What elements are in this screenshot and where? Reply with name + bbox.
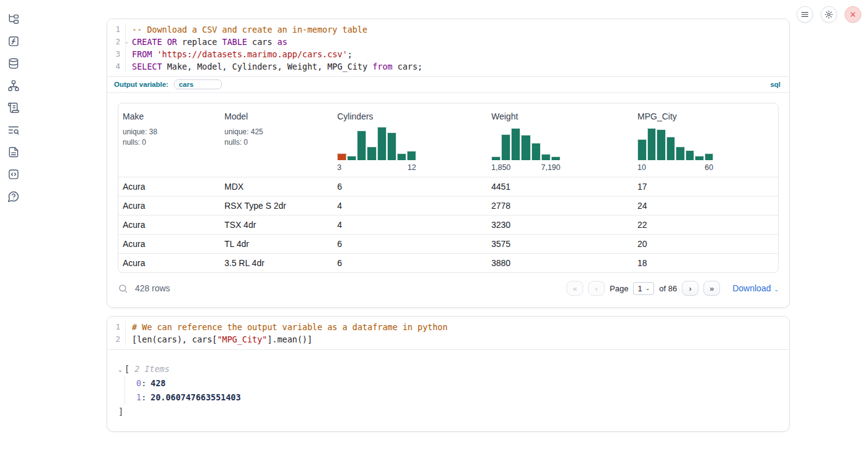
tree-entry[interactable]: 0:428 — [136, 376, 779, 390]
code-line[interactable]: 1# We can reference the output variable … — [107, 321, 789, 333]
histogram-bar[interactable] — [676, 147, 685, 160]
column-header-cylinders[interactable]: Cylinders312 — [333, 103, 487, 177]
tree-head[interactable]: ⌄ [ 2 Items — [118, 362, 779, 376]
table-cell[interactable]: 3230 — [487, 216, 633, 235]
table-cell[interactable]: RSX Type S 2dr — [220, 196, 333, 216]
table-cell[interactable]: 4 — [333, 196, 487, 216]
column-histogram[interactable]: 1,8507,190 — [491, 127, 560, 172]
table-row[interactable]: AcuraTL 4dr6357520 — [118, 235, 778, 254]
histogram-bar[interactable] — [666, 137, 676, 160]
datasources-icon[interactable] — [7, 57, 20, 70]
table-cell[interactable]: Acura — [118, 235, 220, 254]
output-variable-label: Output variable: — [114, 81, 168, 88]
next-page-button[interactable]: › — [682, 281, 698, 296]
table-row[interactable]: AcuraRSX Type S 2dr4277824 — [118, 196, 778, 216]
histogram-bar[interactable] — [686, 150, 695, 160]
snippets-icon[interactable] — [7, 168, 20, 180]
table-cell[interactable]: 3575 — [487, 235, 633, 254]
first-page-button[interactable]: « — [567, 281, 583, 296]
histogram-bar[interactable] — [551, 156, 560, 160]
table-cell[interactable]: TL 4dr — [220, 235, 333, 254]
table-row[interactable]: AcuraMDX6445117 — [118, 177, 778, 196]
fold-chevron-icon[interactable]: ⌄ — [125, 36, 128, 48]
table-cell[interactable]: 6 — [333, 235, 487, 254]
histogram-bar[interactable] — [647, 128, 657, 160]
sql-code-editor[interactable]: 1-- Download a CSV and create an in-memo… — [107, 19, 789, 76]
table-cell[interactable]: 20 — [633, 235, 778, 254]
code-text: -- Download a CSV and create an in-memor… — [126, 23, 367, 36]
table-cell[interactable]: Acura — [118, 177, 220, 196]
histogram-bar[interactable] — [695, 156, 704, 160]
table-cell[interactable]: Acura — [118, 216, 220, 235]
table-cell[interactable]: 3.5 RL 4dr — [220, 254, 333, 273]
prev-page-button[interactable]: ‹ — [588, 281, 605, 296]
table-cell[interactable]: MDX — [220, 177, 333, 196]
table-cell[interactable]: 17 — [633, 177, 778, 196]
code-line[interactable]: 2⌄CREATE OR replace TABLE cars as — [107, 36, 789, 48]
table-cell[interactable]: 2778 — [487, 196, 633, 216]
histogram-bar[interactable] — [657, 129, 666, 160]
column-header-make[interactable]: Makeunique: 38nulls: 0 — [118, 103, 220, 177]
tree-entry[interactable]: 1:20.060747663551403 — [136, 390, 779, 405]
histogram-bar[interactable] — [357, 131, 366, 160]
table-cell[interactable]: 3880 — [487, 254, 633, 273]
column-histogram[interactable]: 312 — [337, 127, 416, 172]
histogram-bar[interactable] — [367, 147, 376, 160]
histogram-bar[interactable] — [521, 135, 530, 160]
page-select[interactable]: 1 ⌄ — [633, 282, 654, 295]
table-cell[interactable]: Acura — [118, 196, 220, 216]
column-header-weight[interactable]: Weight1,8507,190 — [487, 103, 633, 177]
outline-search-icon[interactable] — [7, 124, 20, 136]
table-row[interactable]: Acura3.5 RL 4dr6388018 — [118, 254, 778, 273]
table-cell[interactable]: TSX 4dr — [220, 216, 333, 235]
collapse-chevron-icon[interactable]: ⌄ — [118, 362, 122, 376]
output-variable-input[interactable] — [174, 79, 222, 89]
table-cell[interactable]: 4 — [333, 216, 487, 235]
table-cell[interactable]: 6 — [333, 177, 487, 196]
menu-button[interactable] — [796, 6, 813, 23]
download-button[interactable]: Download ⌄ — [732, 283, 779, 293]
histogram-bar[interactable] — [491, 156, 501, 160]
code-line[interactable]: 4SELECT Make, Model, Cylinders, Weight, … — [107, 60, 789, 73]
column-header-mpg_city[interactable]: MPG_City1060 — [633, 103, 778, 177]
table-cell[interactable]: Acura — [118, 254, 220, 273]
row-count-label: 428 rows — [135, 283, 170, 293]
histogram-bar[interactable] — [637, 139, 647, 160]
python-code-editor[interactable]: 1# We can reference the output variable … — [107, 317, 789, 350]
search-icon[interactable] — [118, 283, 128, 294]
column-histogram[interactable]: 1060 — [637, 127, 713, 172]
table-cell[interactable]: 18 — [633, 254, 778, 273]
histogram-bar[interactable] — [501, 134, 510, 160]
table-cell[interactable]: 4451 — [487, 177, 633, 196]
shutdown-button[interactable] — [845, 6, 861, 23]
histogram-bar[interactable] — [511, 128, 520, 160]
table-cell[interactable]: 22 — [633, 216, 778, 235]
table-cell[interactable]: 6 — [333, 254, 487, 273]
variables-icon[interactable] — [7, 35, 20, 47]
settings-button[interactable] — [821, 6, 837, 23]
code-line[interactable]: 3FROM 'https://datasets.marimo.app/cars.… — [107, 48, 789, 60]
histogram-bar[interactable] — [397, 153, 406, 160]
help-icon[interactable] — [7, 190, 20, 203]
histogram-bar[interactable] — [531, 143, 541, 160]
hamburger-menu-icon — [800, 10, 809, 19]
table-row[interactable]: AcuraTSX 4dr4323022 — [118, 216, 778, 235]
dependency-graph-icon[interactable] — [7, 79, 20, 92]
histogram-bar[interactable] — [705, 153, 714, 160]
documentation-icon[interactable] — [7, 146, 20, 158]
logs-icon[interactable] — [7, 102, 20, 114]
code-line[interactable]: 1-- Download a CSV and create an in-memo… — [107, 23, 789, 36]
table-cell[interactable]: 24 — [633, 196, 778, 216]
data-table-frame: Makeunique: 38nulls: 0Modelunique: 425nu… — [118, 103, 779, 273]
histogram-bar[interactable] — [377, 127, 387, 160]
histogram-bar[interactable] — [347, 156, 356, 160]
histogram-bar[interactable] — [337, 153, 346, 160]
code-line[interactable]: 2[len(cars), cars["MPG_City"].mean()] — [107, 333, 789, 346]
file-explorer-icon[interactable] — [7, 13, 20, 25]
column-header-model[interactable]: Modelunique: 425nulls: 0 — [220, 103, 333, 177]
histogram-bar[interactable] — [387, 132, 396, 160]
code-text: # We can reference the output variable a… — [126, 321, 448, 333]
histogram-bar[interactable] — [541, 154, 551, 160]
histogram-bar[interactable] — [407, 151, 416, 160]
last-page-button[interactable]: » — [703, 281, 720, 296]
